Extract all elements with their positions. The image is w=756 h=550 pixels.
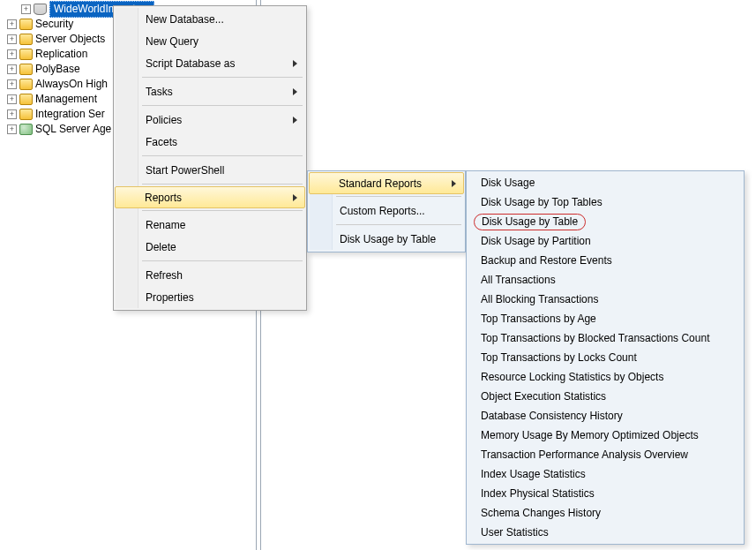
submenu-arrow-icon: [452, 180, 456, 187]
menu-item-custom[interactable]: Custom Reports...: [310, 200, 463, 222]
expand-toggle-icon[interactable]: +: [7, 34, 17, 44]
report-item-label: All Blocking Transactions: [481, 293, 598, 305]
submenu-arrow-icon: [293, 194, 297, 201]
report-item-label: Transaction Performance Analysis Overvie…: [481, 448, 688, 461]
tree-item-label: Security: [35, 17, 73, 32]
tree-item-label: Management: [35, 92, 97, 107]
report-item[interactable]: Object Execution Statistics: [468, 387, 742, 406]
report-item-label: Database Consistency History: [481, 410, 623, 422]
standard-reports-submenu: Disk UsageDisk Usage by Top TablesDisk U…: [466, 170, 745, 545]
database-context-menu: New Database...New QueryScript Database …: [113, 5, 307, 311]
menu-item-label: Script Database as: [146, 57, 235, 70]
menu-item-label: Start PowerShell: [146, 164, 224, 177]
report-item[interactable]: Resource Locking Statistics by Objects: [468, 367, 742, 387]
report-item-label: Disk Usage by Partition: [481, 235, 591, 247]
menu-item-label: Refresh: [146, 269, 183, 282]
report-item[interactable]: Disk Usage by Table: [468, 212, 742, 231]
report-item[interactable]: Schema Changes History: [468, 503, 742, 523]
report-item[interactable]: Index Physical Statistics: [468, 484, 742, 503]
submenu-arrow-icon: [293, 88, 297, 95]
report-item[interactable]: Top Transactions by Blocked Transactions…: [468, 328, 742, 348]
menu-item-properties[interactable]: Properties: [116, 286, 304, 308]
tree-item-label: AlwaysOn High: [35, 77, 108, 92]
report-item-label: Disk Usage: [481, 177, 535, 189]
submenu-arrow-icon: [293, 60, 297, 67]
menu-separator: [142, 77, 303, 78]
report-item-label: Top Transactions by Age: [481, 313, 596, 325]
report-item[interactable]: All Transactions: [468, 270, 742, 290]
report-item-label: Backup and Restore Events: [481, 254, 612, 267]
menu-item-std[interactable]: Standard Reports: [309, 172, 464, 194]
report-item-label: Object Execution Statistics: [481, 390, 606, 403]
menu-item-delete[interactable]: Delete: [116, 236, 304, 258]
folder-icon: [19, 64, 33, 75]
menu-item-label: Disk Usage by Table: [340, 233, 436, 245]
tree-item-label: Integration Ser: [35, 107, 105, 122]
report-item-label: Index Physical Statistics: [481, 487, 595, 500]
report-item[interactable]: Top Transactions by Age: [468, 309, 742, 328]
report-item-label: Disk Usage by Top Tables: [481, 196, 603, 208]
submenu-arrow-icon: [293, 117, 297, 124]
report-item-label: Top Transactions by Blocked Transactions…: [481, 332, 709, 344]
menu-item-label: New Query: [146, 35, 198, 48]
report-item-label: Resource Locking Statistics by Objects: [481, 371, 663, 383]
report-item[interactable]: Disk Usage: [468, 173, 742, 192]
menu-separator: [142, 155, 303, 156]
menu-item-label: Reports: [145, 192, 182, 204]
report-item[interactable]: User Statistics: [468, 523, 742, 542]
menu-separator: [336, 224, 461, 225]
menu-item-ps[interactable]: Start PowerShell: [116, 159, 304, 181]
menu-item-reports[interactable]: Reports: [115, 186, 305, 208]
tree-item-label: Replication: [35, 47, 87, 62]
tree-item-label: Server Objects: [35, 32, 105, 47]
menu-item-facets[interactable]: Facets: [116, 131, 304, 153]
folder-icon: [19, 79, 33, 90]
database-icon: [34, 4, 47, 15]
menu-item-new_query[interactable]: New Query: [116, 30, 304, 52]
report-item-label: Index Usage Statistics: [481, 468, 586, 480]
report-item[interactable]: Top Transactions by Locks Count: [468, 348, 742, 367]
expand-toggle-icon[interactable]: +: [21, 4, 31, 14]
report-item-label: Memory Usage By Memory Optimized Objects: [481, 429, 699, 441]
expand-toggle-icon[interactable]: +: [7, 94, 17, 104]
menu-separator: [142, 260, 303, 261]
menu-item-policies[interactable]: Policies: [116, 109, 304, 131]
menu-item-script_as[interactable]: Script Database as: [116, 52, 304, 74]
report-item[interactable]: Transaction Performance Analysis Overvie…: [468, 445, 742, 464]
expand-toggle-icon[interactable]: +: [7, 64, 17, 74]
folder-icon: [19, 109, 33, 120]
menu-separator: [142, 105, 303, 106]
tree-item-label: SQL Server Age: [35, 122, 111, 137]
menu-item-label: Standard Reports: [339, 177, 422, 190]
expand-toggle-icon[interactable]: +: [7, 49, 17, 59]
expand-toggle-icon[interactable]: +: [7, 124, 17, 134]
menu-item-dut[interactable]: Disk Usage by Table: [310, 228, 463, 250]
report-item-label: User Statistics: [481, 526, 549, 539]
report-item[interactable]: Database Consistency History: [468, 406, 742, 426]
report-item[interactable]: Index Usage Statistics: [468, 464, 742, 484]
menu-item-refresh[interactable]: Refresh: [116, 264, 304, 286]
menu-item-label: Facets: [146, 136, 177, 148]
menu-item-tasks[interactable]: Tasks: [116, 80, 304, 102]
menu-item-label: New Database...: [146, 13, 224, 26]
menu-item-label: Tasks: [146, 86, 173, 98]
folder-icon: [19, 34, 33, 45]
expand-toggle-icon[interactable]: +: [7, 109, 17, 119]
menu-separator: [336, 196, 461, 197]
report-item-label: All Transactions: [481, 274, 556, 286]
expand-toggle-icon[interactable]: +: [7, 79, 17, 89]
report-item[interactable]: All Blocking Transactions: [468, 290, 742, 309]
folder-icon: [19, 19, 33, 30]
menu-item-label: Rename: [146, 219, 185, 231]
report-item[interactable]: Backup and Restore Events: [468, 251, 742, 270]
folder-icon: [19, 49, 33, 60]
reports-submenu: Standard ReportsCustom Reports...Disk Us…: [307, 170, 466, 252]
report-item[interactable]: Disk Usage by Partition: [468, 231, 742, 251]
report-item[interactable]: Disk Usage by Top Tables: [468, 192, 742, 212]
menu-item-new_db[interactable]: New Database...: [116, 8, 304, 30]
report-item[interactable]: Memory Usage By Memory Optimized Objects: [468, 426, 742, 445]
menu-item-label: Properties: [146, 291, 194, 304]
expand-toggle-icon[interactable]: +: [7, 19, 17, 29]
menu-item-rename[interactable]: Rename: [116, 214, 304, 236]
menu-separator: [142, 210, 303, 211]
